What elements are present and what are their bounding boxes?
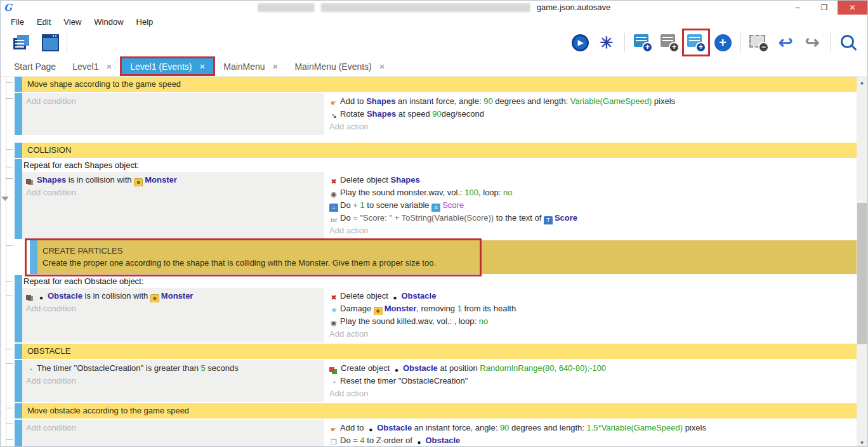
- add-condition-button[interactable]: Add condition: [23, 375, 324, 387]
- collapse-arrow-icon[interactable]: [1, 197, 9, 201]
- sound-icon: ◉: [329, 319, 338, 328]
- tab-label: Start Page: [14, 62, 56, 72]
- search-icon: [841, 35, 854, 48]
- event-obstacle-timer[interactable]: ◔The timer "ObstacleCreation" is greater…: [15, 360, 857, 402]
- expression: = "Score: " + ToString(Variable(Score)): [353, 213, 494, 223]
- close-tab-icon[interactable]: ×: [199, 61, 205, 72]
- add-subevent-button[interactable]: +: [683, 30, 709, 55]
- action-row[interactable]: ❐Do = 4 to Z-order of ●Obstacle: [327, 434, 857, 447]
- scroll-down-icon[interactable]: ▼: [857, 438, 867, 447]
- menu-help[interactable]: Help: [130, 17, 160, 27]
- event-drag-bar[interactable]: [15, 360, 22, 402]
- tab-label: Level1: [72, 62, 98, 72]
- event-drag-bar[interactable]: [15, 93, 22, 135]
- object-name: Shapes: [391, 175, 420, 185]
- close-button[interactable]: ✕: [838, 1, 867, 15]
- debugger-bug-button[interactable]: ✳: [594, 30, 619, 55]
- text-segment: Do: [340, 436, 353, 445]
- add-condition-button[interactable]: Add condition: [23, 186, 324, 199]
- repeat-shapes[interactable]: Repeat for each Shapes object:Shapes is …: [15, 159, 857, 239]
- add-action-button[interactable]: Add action: [327, 224, 857, 237]
- menu-edit[interactable]: Edit: [30, 17, 57, 27]
- menu-view[interactable]: View: [57, 17, 88, 27]
- repeat-label[interactable]: Repeat for each Obstacle object:: [22, 275, 857, 288]
- add-event-button[interactable]: +: [630, 30, 655, 55]
- remove-event-button[interactable]: −: [746, 30, 772, 55]
- action-row[interactable]: ↘Rotate Shapes at speed 90deg/second: [327, 108, 857, 120]
- preview-play-button[interactable]: ▶: [567, 30, 593, 55]
- text-segment: Create object: [341, 363, 392, 373]
- add-condition-button[interactable]: Add condition: [23, 422, 324, 434]
- add-condition-button[interactable]: Add condition: [23, 95, 324, 108]
- tab-mainmenu-events[interactable]: MainMenu (Events)×: [286, 56, 393, 76]
- variable-name: Score: [442, 200, 464, 210]
- action-row[interactable]: ✖Delete object ●Obstacle: [327, 290, 857, 302]
- event-drag-bar[interactable]: [15, 403, 22, 418]
- redo-button[interactable]: ↪: [799, 30, 825, 55]
- restore-button[interactable]: ❐: [811, 1, 838, 15]
- add-condition-button[interactable]: Add condition: [23, 302, 324, 315]
- close-tab-icon[interactable]: ×: [106, 61, 112, 72]
- value: 1.5*Variable(GameSpeed): [587, 423, 683, 432]
- tab-start-page[interactable]: Start Page: [6, 56, 64, 76]
- add-action-button[interactable]: Add action: [327, 120, 857, 133]
- conditions-column: ●Obstacle is in collision with ☻MonsterA…: [22, 288, 324, 342]
- text-segment: Delete object: [340, 291, 391, 301]
- event-drag-bar[interactable]: [15, 159, 22, 239]
- actions-column: ☛Add to Shapes an instant force, angle: …: [324, 93, 857, 135]
- action-row[interactable]: txtDo = "Score: " + ToString(Variable(Sc…: [327, 212, 857, 224]
- condition-row[interactable]: ●Obstacle is in collision with ☻Monster: [23, 290, 324, 302]
- event-move-shape[interactable]: Add condition☛Add to Shapes an instant f…: [15, 93, 857, 135]
- scrollbar-thumb[interactable]: [857, 203, 867, 344]
- comment-move-shape[interactable]: Move shape according to the game speed: [15, 77, 857, 92]
- add-custom-event-button[interactable]: +: [710, 30, 735, 55]
- scroll-up-icon[interactable]: ▲: [857, 78, 867, 87]
- add-comment-button[interactable]: +: [657, 30, 682, 55]
- window-controls: – ❐ ✕: [784, 1, 867, 15]
- tab-level1[interactable]: Level1×: [64, 56, 120, 76]
- action-row[interactable]: ☛Add to Shapes an instant force, angle: …: [327, 95, 857, 108]
- action-row[interactable]: ☛Add to ●Obstacle an instant force, angl…: [327, 422, 857, 434]
- menu-window[interactable]: Window: [88, 17, 129, 27]
- action-row[interactable]: =Do + 1 to scene variable ≡Score: [327, 199, 857, 212]
- condition-row[interactable]: Shapes is in collision with ☻Monster: [23, 174, 324, 186]
- add-action-button[interactable]: Add action: [327, 328, 857, 340]
- event-drag-bar[interactable]: [15, 344, 22, 359]
- action-row[interactable]: ✖Delete object Shapes: [327, 174, 857, 186]
- section-obstacle[interactable]: OBSTACLE: [15, 344, 857, 359]
- event-drag-bar[interactable]: [15, 143, 22, 158]
- action-row[interactable]: ◉Play the sound killed.wav, vol.: , loop…: [327, 315, 857, 328]
- damage-icon: ✳: [329, 306, 338, 315]
- tree-tick: [6, 178, 13, 179]
- repeat-obstacle[interactable]: Repeat for each Obstacle object:●Obstacl…: [15, 275, 857, 342]
- action-row[interactable]: ◔Reset the timer "ObstacleCreation": [327, 375, 857, 387]
- event-drag-bar[interactable]: [30, 240, 37, 274]
- repeat-label[interactable]: Repeat for each Shapes object:: [22, 159, 857, 172]
- undo-button[interactable]: ↩: [773, 30, 798, 55]
- menu-file[interactable]: File: [4, 17, 30, 27]
- event-move-obstacle[interactable]: Add condition☛Add to ●Obstacle an instan…: [15, 420, 857, 447]
- tab-mainmenu[interactable]: MainMenu×: [215, 56, 286, 76]
- event-drag-bar[interactable]: [15, 275, 22, 342]
- comment-move-obstacle[interactable]: Move obstacle according to the game spee…: [15, 403, 857, 418]
- section-collision[interactable]: COLLISION: [15, 143, 857, 158]
- text-segment: an instant force, angle:: [412, 423, 500, 432]
- action-row[interactable]: ◉Play the sound monster.wav, vol.: 100, …: [327, 186, 857, 199]
- condition-row[interactable]: ◔The timer "ObstacleCreation" is greater…: [23, 362, 324, 375]
- action-row[interactable]: Create object ●Obstacle at position Rand…: [327, 362, 857, 375]
- comment-create-particles[interactable]: CREATE PARTICLESCreate the proper one ac…: [30, 240, 857, 274]
- action-row[interactable]: ✳Damage ☻Monster, removing 1 from its he…: [327, 302, 857, 315]
- minimize-button[interactable]: –: [784, 1, 811, 15]
- scene-window-button[interactable]: [37, 30, 63, 55]
- search-button[interactable]: [836, 30, 861, 55]
- vertical-scrollbar[interactable]: ▲ ▼: [857, 77, 867, 447]
- event-drag-bar[interactable]: [15, 77, 22, 92]
- close-tab-icon[interactable]: ×: [273, 61, 279, 72]
- tab-level1-events[interactable]: Level1 (Events)×: [120, 56, 215, 76]
- close-tab-icon[interactable]: ×: [379, 61, 385, 72]
- collision-icon: [26, 179, 31, 184]
- tree-tick: [6, 98, 13, 99]
- event-drag-bar[interactable]: [15, 420, 22, 447]
- add-action-button[interactable]: Add action: [327, 387, 857, 400]
- project-manager-button[interactable]: [7, 30, 32, 55]
